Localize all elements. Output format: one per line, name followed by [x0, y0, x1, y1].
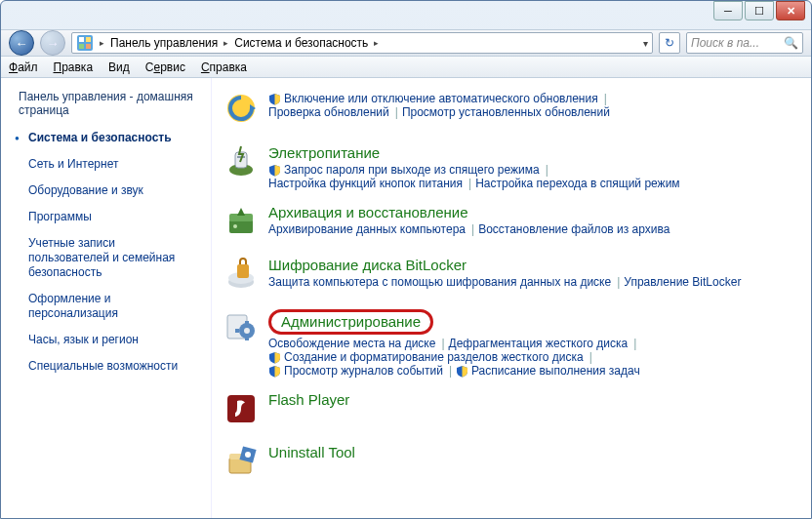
svg-rect-21 — [235, 329, 239, 333]
sublink[interactable]: Настройка функций кнопок питания — [268, 177, 463, 190]
main-panel: Включение или отключение автоматического… — [212, 78, 811, 518]
sidebar-item-7[interactable]: Специальные возможности — [1, 353, 211, 379]
svg-rect-10 — [229, 220, 253, 233]
category: Uninstall Tool — [222, 444, 793, 483]
category-icon — [222, 391, 261, 430]
windows-update-icon — [222, 92, 261, 131]
window: ─ ☐ ✕ ← → ▸ Панель управления ▸ Система … — [0, 0, 812, 519]
category-icon — [222, 144, 261, 183]
sublink[interactable]: Управление BitLocker — [624, 275, 741, 289]
crumb-arrow: ▸ — [374, 38, 379, 48]
sidebar-item-4[interactable]: Учетные записи пользователей и семейная … — [1, 230, 211, 286]
close-button[interactable]: ✕ — [776, 1, 805, 20]
search-icon: 🔍 — [784, 36, 798, 50]
crumb-arrow: ▸ — [223, 38, 228, 48]
category: Шифрование диска BitLockerЗащита компьют… — [222, 257, 793, 296]
category-title[interactable]: Электропитание — [268, 144, 380, 161]
category-windows-update-partial: Включение или отключение автоматического… — [222, 92, 793, 131]
menu-bar: Файл Правка Вид Сервис Справка — [1, 57, 811, 78]
svg-rect-15 — [237, 264, 249, 278]
sublink[interactable]: Защита компьютера с помощью шифрования д… — [268, 275, 611, 289]
crumb-dropdown-icon[interactable]: ▾ — [643, 38, 648, 49]
sidebar-item-0[interactable]: Система и безопасность — [1, 125, 211, 151]
menu-tools[interactable]: Сервис — [145, 60, 185, 74]
sidebar-item-6[interactable]: Часы, язык и регион — [1, 327, 211, 353]
category-title[interactable]: Администрирование — [268, 309, 433, 335]
content-area: Панель управления - домашняя страница Си… — [1, 78, 811, 518]
category-title[interactable]: Uninstall Tool — [268, 444, 355, 460]
sublink[interactable]: Запрос пароля при выходе из спящего режи… — [268, 163, 540, 177]
svg-rect-19 — [245, 321, 249, 325]
sublink[interactable]: Дефрагментация жесткого диска — [449, 337, 629, 350]
nav-forward-button[interactable]: → — [40, 30, 65, 56]
sidebar-item-3[interactable]: Программы — [1, 204, 211, 230]
sidebar-title[interactable]: Панель управления - домашняя страница — [1, 90, 211, 125]
category: Архивация и восстановлениеАрхивирование … — [222, 204, 793, 243]
minimize-button[interactable]: ─ — [713, 1, 743, 20]
sublink[interactable]: Настройка перехода в спящий режим — [475, 177, 679, 190]
category: АдминистрированиеОсвобождение места на д… — [222, 309, 793, 378]
menu-help[interactable]: Справка — [201, 60, 247, 74]
sublink[interactable]: Восстановление файлов из архива — [478, 222, 670, 236]
menu-file[interactable]: Файл — [9, 60, 38, 74]
svg-point-26 — [245, 452, 251, 458]
link[interactable]: Просмотр установленных обновлений — [402, 105, 610, 119]
svg-rect-20 — [245, 337, 249, 340]
search-placeholder: Поиск в па... — [691, 36, 759, 50]
category-title[interactable]: Flash Player — [268, 391, 349, 408]
category-icon — [222, 309, 261, 348]
category-title[interactable]: Шифрование диска BitLocker — [268, 257, 467, 273]
refresh-button[interactable]: ↻ — [659, 32, 680, 54]
crumb-sub[interactable]: Система и безопасность — [234, 36, 368, 50]
category-icon — [222, 444, 261, 483]
menu-edit[interactable]: Правка — [54, 60, 94, 74]
sublink[interactable]: Освобождение места на диске — [268, 337, 435, 350]
link[interactable]: Включение или отключение автоматического… — [268, 92, 598, 105]
menu-view[interactable]: Вид — [108, 60, 130, 74]
maximize-button[interactable]: ☐ — [745, 1, 774, 20]
sidebar: Панель управления - домашняя страница Си… — [1, 78, 212, 518]
crumb-root[interactable]: Панель управления — [110, 36, 218, 50]
sublink[interactable]: Расписание выполнения задач — [456, 364, 640, 378]
nav-back-button[interactable]: ← — [9, 30, 34, 56]
category-icon — [222, 257, 261, 296]
sidebar-item-2[interactable]: Оборудование и звук — [1, 178, 211, 204]
svg-point-18 — [244, 328, 250, 334]
category-title[interactable]: Архивация и восстановление — [268, 204, 468, 220]
svg-rect-1 — [79, 37, 84, 42]
sublink[interactable]: Создание и форматирование разделов жестк… — [268, 350, 584, 364]
sidebar-item-5[interactable]: Оформление и персонализация — [1, 286, 211, 327]
category: ЭлектропитаниеЗапрос пароля при выходе и… — [222, 144, 793, 190]
sublink[interactable]: Архивирование данных компьютера — [268, 222, 466, 236]
svg-rect-4 — [86, 44, 91, 49]
crumb-arrow: ▸ — [100, 38, 104, 48]
breadcrumb[interactable]: ▸ Панель управления ▸ Система и безопасн… — [71, 32, 653, 54]
category: Flash Player — [222, 391, 793, 430]
window-controls: ─ ☐ ✕ — [711, 1, 805, 20]
sublink[interactable]: Просмотр журналов событий — [268, 364, 443, 378]
control-panel-icon — [76, 34, 94, 52]
category-icon — [222, 204, 261, 243]
sidebar-item-1[interactable]: Сеть и Интернет — [1, 151, 211, 178]
search-input[interactable]: Поиск в па... 🔍 — [686, 32, 803, 54]
link[interactable]: Проверка обновлений — [268, 105, 389, 119]
svg-point-12 — [233, 224, 237, 228]
svg-rect-3 — [79, 44, 84, 49]
address-bar: ← → ▸ Панель управления ▸ Система и безо… — [1, 29, 811, 57]
svg-rect-2 — [86, 37, 91, 42]
